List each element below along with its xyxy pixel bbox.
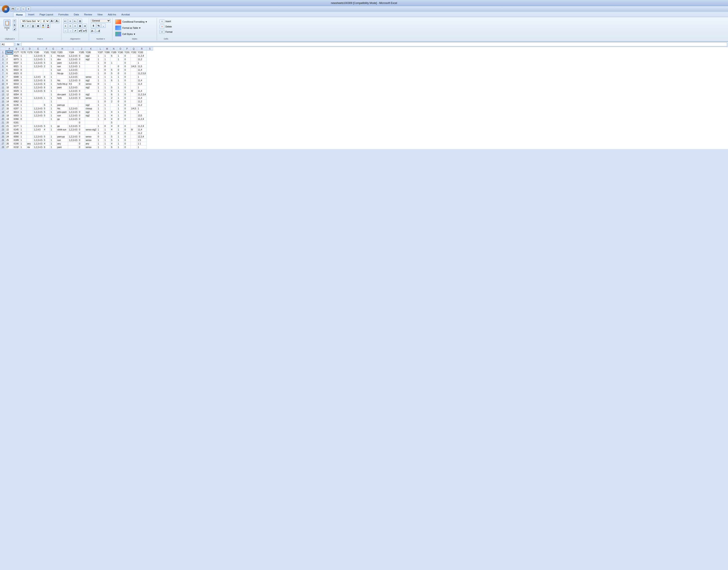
cell[interactable]: sig2 xyxy=(85,54,97,58)
cell[interactable]: 1 xyxy=(50,79,56,82)
cell[interactable]: pant xyxy=(56,86,68,89)
cell[interactable]: 1,2,3,4,5 xyxy=(68,72,78,75)
cell[interactable]: 0 xyxy=(20,131,26,135)
cell[interactable]: hts xyxy=(56,79,68,82)
cell[interactable]: 0 xyxy=(124,124,130,128)
cell[interactable]: 4 xyxy=(110,117,117,121)
cell[interactable]: 0 xyxy=(124,135,130,138)
cell[interactable]: 5 xyxy=(110,72,117,75)
cell[interactable]: 0 xyxy=(78,135,85,138)
cell[interactable]: 2 xyxy=(110,96,117,100)
cell[interactable]: 1,2,3,4,5 xyxy=(33,114,43,117)
cell[interactable]: 1,2,3,4,5 xyxy=(68,117,78,121)
cell[interactable]: senso xyxy=(85,96,97,100)
cell[interactable] xyxy=(117,61,124,65)
cell-styles-button[interactable]: Cell Styles ▼ xyxy=(114,31,137,37)
cell[interactable]: 0 xyxy=(124,79,130,82)
cell[interactable] xyxy=(26,138,33,142)
cell[interactable]: 11 xyxy=(6,89,13,93)
cell[interactable] xyxy=(130,75,137,79)
cell[interactable]: 6037 xyxy=(13,61,20,65)
cell[interactable] xyxy=(26,100,33,103)
cell[interactable]: 22 xyxy=(6,128,13,131)
header-cell-15[interactable]: Y190 xyxy=(117,51,124,54)
cell[interactable]: 6 xyxy=(110,79,117,82)
cell[interactable]: 0 xyxy=(124,75,130,79)
col-header-k[interactable]: K xyxy=(85,47,97,51)
cell[interactable]: 1 xyxy=(20,65,26,68)
increase-decimal-button[interactable]: →.0 xyxy=(96,29,100,33)
cell[interactable]: 6054 xyxy=(13,93,20,96)
cell[interactable] xyxy=(117,121,124,124)
increase-indent-button[interactable]: → xyxy=(68,29,72,33)
cell[interactable] xyxy=(26,93,33,96)
cell[interactable] xyxy=(50,131,56,135)
cell[interactable] xyxy=(26,124,33,128)
cell[interactable]: 1 xyxy=(50,128,56,131)
cell[interactable]: 0 xyxy=(124,128,130,131)
align-middle-button[interactable]: ≡ xyxy=(68,19,72,23)
cell[interactable]: 1/4,5 xyxy=(130,65,137,68)
cell[interactable]: 1 xyxy=(97,142,104,146)
cell[interactable] xyxy=(56,75,68,79)
col-header-i[interactable]: I xyxy=(68,47,78,51)
cell[interactable]: 12 xyxy=(6,93,13,96)
cell[interactable]: 0 xyxy=(124,131,130,135)
cell[interactable]: 1 xyxy=(97,79,104,82)
cell[interactable]: 6 xyxy=(110,93,117,96)
cell[interactable]: 1 xyxy=(6,54,13,58)
cell-reference-input[interactable] xyxy=(1,42,14,46)
col-header-f[interactable]: F xyxy=(43,47,50,51)
cell[interactable]: 1 xyxy=(117,93,124,96)
wrap-text-button[interactable]: ⊡ xyxy=(78,19,82,23)
cell[interactable]: 1,2,3,4,5 xyxy=(33,135,43,138)
cell[interactable]: 1 xyxy=(20,61,26,65)
cell[interactable]: 0 xyxy=(104,100,110,103)
cell[interactable]: 11,4 xyxy=(137,96,147,100)
cell[interactable]: 5 xyxy=(43,135,50,138)
insert-button[interactable]: ⊞ Insert xyxy=(159,19,173,24)
cell[interactable]: 4 xyxy=(110,124,117,128)
customize-button[interactable]: ▼ xyxy=(26,7,31,11)
cell[interactable]: 6 xyxy=(43,89,50,93)
cell[interactable]: 1 xyxy=(97,103,104,107)
decrease-decimal-button[interactable]: .0← xyxy=(91,29,95,33)
cell[interactable]: 0 xyxy=(78,96,85,100)
cell[interactable] xyxy=(130,103,137,107)
cell[interactable]: pant xyxy=(56,61,68,65)
cell[interactable]: 1 xyxy=(50,72,56,75)
save-button[interactable]: 💾 xyxy=(11,7,15,11)
tab-home[interactable]: Home xyxy=(13,12,26,17)
cell[interactable]: 1 xyxy=(117,75,124,79)
cell[interactable]: any xyxy=(26,142,33,146)
cell[interactable]: sun xyxy=(56,138,68,142)
cell[interactable]: 0 xyxy=(20,117,26,121)
cell[interactable]: 1 xyxy=(20,128,26,131)
cell[interactable] xyxy=(130,138,137,142)
cell[interactable]: 1,2,3,4,5 xyxy=(68,107,78,110)
cell[interactable]: 1,2,3,4,5 xyxy=(33,54,43,58)
col-header-m[interactable]: M xyxy=(104,47,110,51)
comma-button[interactable]: , xyxy=(101,23,106,28)
cell[interactable]: sig2 xyxy=(85,93,97,96)
cell[interactable] xyxy=(26,79,33,82)
cell[interactable]: 1 xyxy=(50,142,56,146)
cell[interactable]: 1,2,3,4,5 xyxy=(33,96,43,100)
cell[interactable]: 6 xyxy=(110,54,117,58)
cell[interactable]: 4 xyxy=(43,128,50,131)
cell[interactable]: silvik-sun xyxy=(56,128,68,131)
cell[interactable]: 10 xyxy=(6,86,13,89)
cell[interactable]: 1,2,3,4,5 xyxy=(68,110,78,114)
cell[interactable]: 0 xyxy=(117,68,124,72)
cell[interactable]: 6189 xyxy=(13,138,20,142)
cell[interactable]: 11,2,5,8 xyxy=(137,72,147,75)
cell[interactable]: 14 xyxy=(6,100,13,103)
cell[interactable] xyxy=(26,86,33,89)
cell[interactable]: 1 xyxy=(97,117,104,121)
cell[interactable]: 26 xyxy=(6,142,13,146)
cell[interactable] xyxy=(56,100,68,103)
cell[interactable]: 1 xyxy=(78,65,85,68)
cell[interactable]: 1 xyxy=(117,110,124,114)
cell[interactable]: 11,3,4 xyxy=(137,54,147,58)
cell[interactable]: 0 xyxy=(117,124,124,128)
